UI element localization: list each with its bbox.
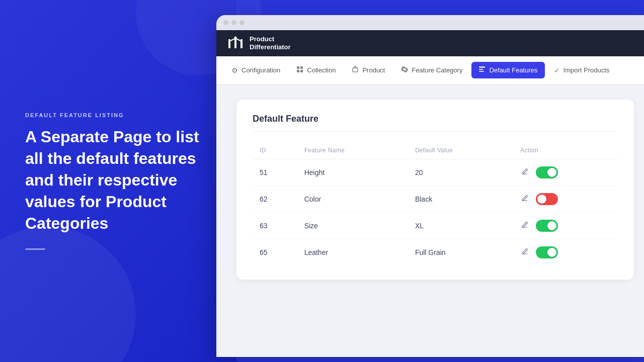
configuration-icon: ⚙ — [231, 66, 238, 74]
subtitle: DEFAULT FEATURE LISTING — [25, 112, 211, 118]
cell-feature-name: Height — [297, 159, 408, 186]
table-row: 62 Color Black — [253, 186, 618, 213]
feature-card: Default Feature ID Feature Name Default … — [236, 100, 634, 280]
tab-collection[interactable]: Collection — [289, 62, 343, 78]
cell-feature-name: Size — [297, 213, 408, 239]
cell-action — [514, 239, 618, 266]
feature-category-icon — [401, 66, 408, 74]
edit-icon[interactable] — [521, 194, 529, 204]
app-container: Product Differentiator ⚙ Configuration — [216, 30, 644, 357]
cell-default-value: Black — [408, 186, 514, 213]
edit-icon[interactable] — [521, 221, 529, 231]
collection-icon — [296, 66, 303, 74]
table-header-row: ID Feature Name Default Value Action — [253, 142, 618, 159]
tab-configuration[interactable]: ⚙ Configuration — [224, 62, 287, 78]
col-default-value: Default Value — [408, 142, 514, 159]
cell-id: 65 — [253, 239, 297, 266]
cell-feature-name: Leather — [297, 239, 408, 266]
cell-action — [514, 213, 618, 239]
toggle-63[interactable] — [536, 220, 558, 232]
svg-rect-5 — [300, 66, 303, 69]
cell-id: 51 — [253, 159, 297, 186]
svg-rect-12 — [479, 66, 485, 68]
logo-text: Product Differentiator — [250, 35, 291, 51]
main-content: Default Feature ID Feature Name Default … — [216, 84, 644, 357]
tab-product[interactable]: Product — [345, 62, 392, 78]
cell-default-value: 20 — [408, 159, 514, 186]
import-products-icon: ✓ — [554, 66, 560, 74]
col-action: Action — [514, 142, 618, 159]
tab-import-products[interactable]: ✓ Import Products — [547, 62, 617, 78]
divider — [25, 248, 45, 250]
cell-id: 62 — [253, 186, 297, 213]
toggle-knob — [537, 195, 546, 204]
svg-point-11 — [402, 66, 408, 72]
toggle-knob — [547, 248, 556, 257]
action-cell — [521, 220, 611, 232]
action-cell — [521, 193, 611, 205]
browser-dot-2 — [231, 20, 236, 25]
svg-rect-7 — [300, 70, 303, 72]
product-icon — [352, 66, 359, 74]
table-row: 63 Size XL — [253, 213, 618, 239]
svg-rect-13 — [479, 69, 483, 70]
logo-icon — [226, 34, 245, 52]
cell-default-value: Full Grain — [408, 239, 514, 266]
left-panel: DEFAULT FEATURE LISTING A Separate Page … — [0, 0, 236, 362]
action-cell — [521, 246, 611, 258]
tab-bar: ⚙ Configuration Collection — [216, 56, 644, 84]
feature-table: ID Feature Name Default Value Action 51 … — [253, 142, 618, 265]
cell-id: 63 — [253, 213, 297, 239]
title: A Separate Page to list all the default … — [25, 126, 211, 235]
svg-rect-4 — [297, 66, 299, 69]
table-row: 51 Height 20 — [253, 159, 618, 186]
logo-area: Product Differentiator — [226, 34, 291, 52]
browser-chrome — [216, 15, 644, 30]
svg-rect-14 — [479, 71, 484, 72]
edit-icon[interactable] — [521, 247, 529, 257]
card-title: Default Feature — [253, 114, 618, 132]
browser-mockup: Product Differentiator ⚙ Configuration — [216, 15, 644, 357]
action-cell — [521, 166, 611, 178]
edit-icon[interactable] — [521, 167, 529, 177]
default-features-icon — [478, 66, 486, 74]
svg-rect-6 — [297, 70, 299, 72]
navbar: Product Differentiator — [216, 30, 644, 56]
toggle-knob — [547, 168, 556, 177]
toggle-knob — [547, 221, 556, 230]
svg-rect-8 — [353, 68, 358, 72]
toggle-62[interactable] — [536, 193, 558, 205]
browser-dot-3 — [239, 20, 245, 25]
tab-default-features[interactable]: Default Features — [471, 62, 544, 78]
cell-feature-name: Color — [297, 186, 408, 213]
cell-action — [514, 159, 618, 186]
cell-action — [514, 186, 618, 213]
tab-feature-category[interactable]: Feature Category — [394, 62, 469, 78]
toggle-51[interactable] — [536, 166, 558, 178]
col-id: ID — [253, 142, 297, 159]
cell-default-value: XL — [408, 213, 514, 239]
browser-dot-1 — [223, 20, 228, 25]
toggle-65[interactable] — [536, 246, 558, 258]
table-row: 65 Leather Full Grain — [253, 239, 618, 266]
col-feature-name: Feature Name — [297, 142, 408, 159]
svg-point-3 — [234, 37, 237, 39]
